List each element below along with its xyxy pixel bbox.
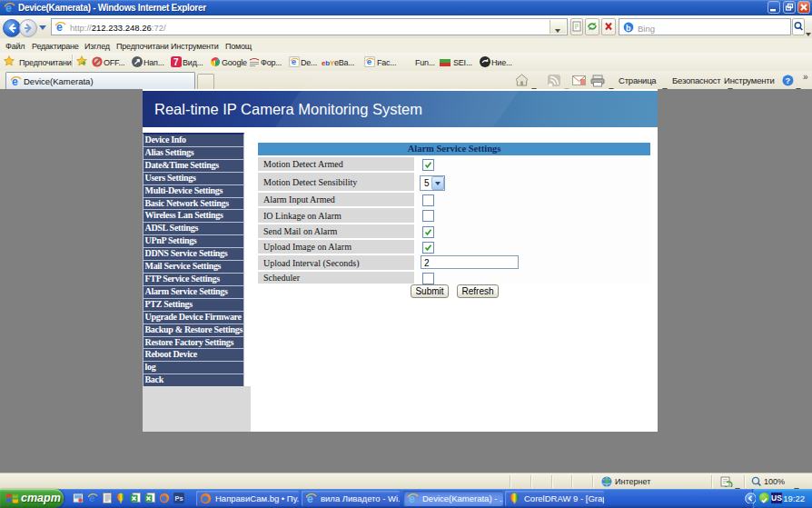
- svg-text:?: ?: [786, 76, 791, 85]
- svg-text:Ps: Ps: [175, 494, 183, 503]
- svg-text:b: b: [626, 24, 631, 33]
- svg-text:7: 7: [173, 57, 179, 67]
